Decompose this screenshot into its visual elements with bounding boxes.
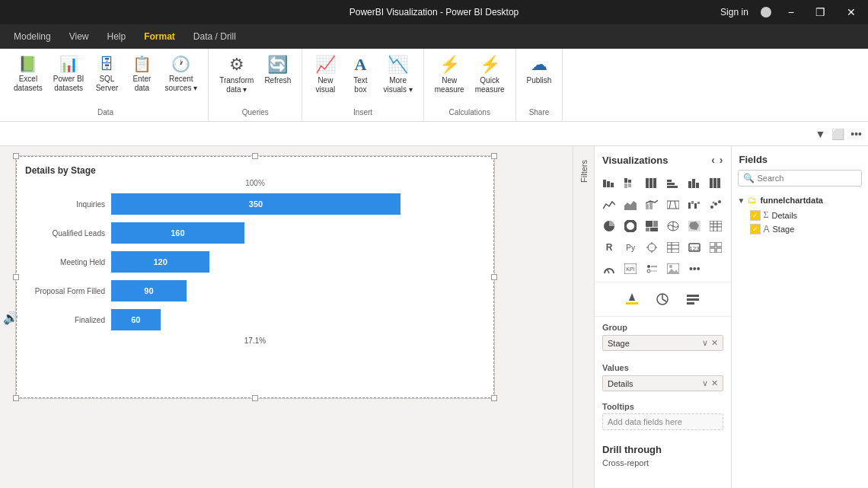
viz-icon-bar[interactable] — [599, 174, 619, 193]
values-field-remove[interactable]: ✕ — [711, 378, 718, 388]
values-field-expand[interactable]: ∨ — [702, 378, 708, 388]
refresh-button[interactable]: 🔄 Refresh — [260, 52, 295, 88]
viz-icon-100bar[interactable] — [642, 174, 662, 193]
viz-icon-multirow[interactable] — [706, 238, 726, 257]
viz-icon-image[interactable] — [663, 259, 683, 279]
viz-icon-kpi[interactable]: KPI — [621, 259, 640, 279]
text-box-button[interactable]: A Text box — [343, 52, 377, 97]
fields-item-details[interactable]: ✓ Σ Details — [735, 208, 866, 222]
viz-icon-waterfall[interactable] — [685, 195, 704, 215]
transform-data-button[interactable]: ⚙ Transform data ▾ — [215, 52, 258, 97]
svg-rect-72 — [626, 302, 638, 305]
stage-checkbox[interactable]: ✓ — [750, 224, 761, 234]
svg-rect-5 — [628, 180, 631, 183]
svg-rect-21 — [649, 202, 653, 209]
viz-icon-more[interactable]: ••• — [685, 259, 704, 279]
more-visuals-button[interactable]: 📉 More visuals ▾ — [378, 52, 416, 97]
viz-nav-next[interactable]: › — [720, 154, 723, 166]
resize-handle-bottom[interactable] — [252, 395, 258, 401]
viz-icon-filled-map[interactable] — [685, 216, 704, 236]
sign-in-button[interactable]: Sign in — [720, 7, 748, 18]
recent-sources-button[interactable]: 🕐 Recent sources ▾ — [160, 52, 202, 96]
menu-item-view[interactable]: View — [62, 28, 97, 45]
minimize-button[interactable]: − — [783, 5, 799, 20]
chart-bar[interactable]: 60 — [111, 309, 161, 330]
chart-bar[interactable]: 120 — [111, 251, 209, 273]
viz-analytics-tab[interactable] — [650, 287, 675, 311]
details-checkbox[interactable]: ✓ — [750, 210, 761, 221]
group-field-expand[interactable]: ∨ — [702, 338, 708, 348]
menu-item-modeling[interactable]: Modeling — [6, 28, 59, 45]
viz-icon-stacked-bar[interactable] — [621, 174, 640, 193]
group-field-pill[interactable]: Stage ∨ ✕ — [602, 335, 723, 351]
chart-row: Finalized60 — [25, 309, 485, 330]
chart-container[interactable]: Details by Stage 100% Inquiries350Qualif… — [15, 155, 495, 399]
resize-handle-br[interactable] — [491, 395, 497, 401]
excel-button[interactable]: 📗 Excel datasets — [9, 52, 47, 96]
fields-item-stage[interactable]: ✓ A Stage — [735, 222, 866, 236]
publish-button[interactable]: ☁ Publish — [522, 52, 557, 88]
volume-icon[interactable]: 🔊 — [3, 310, 21, 324]
viz-nav-prev[interactable]: ‹ — [711, 154, 715, 166]
menu-item-format[interactable]: Format — [136, 28, 183, 45]
chart-bar[interactable]: 90 — [111, 280, 187, 301]
viz-icon-pie[interactable] — [599, 216, 619, 236]
group-field-remove[interactable]: ✕ — [711, 338, 718, 348]
resize-handle-top[interactable] — [252, 153, 258, 159]
powerbi-icon: 📊 — [59, 55, 78, 73]
viz-icon-slicer[interactable] — [642, 259, 662, 279]
filter-icon[interactable]: ▼ — [815, 128, 825, 140]
ribbon-data-items: 📗 Excel datasets 📊 Power BI datasets 🗄 S… — [9, 52, 202, 108]
viz-icon-table[interactable] — [706, 216, 726, 236]
quick-measure-button[interactable]: ⚡ Quick measure — [471, 52, 509, 97]
maximize-button[interactable]: ❐ — [811, 5, 830, 20]
viz-icon-scatter[interactable] — [706, 195, 726, 215]
values-field-pill[interactable]: Details ∨ ✕ — [602, 375, 723, 391]
fields-group-funnelchartdata[interactable]: ▼ 🗂 funnelchartdata — [735, 193, 866, 208]
focus-icon[interactable]: ⬜ — [831, 128, 844, 140]
viz-icon-gauge[interactable] — [599, 259, 619, 279]
viz-icon-area[interactable] — [621, 195, 640, 215]
chart-bar[interactable]: 350 — [111, 193, 400, 215]
new-measure-button[interactable]: ⚡ New measure — [430, 52, 469, 97]
viz-icon-key-influencers[interactable] — [642, 238, 662, 257]
viz-icon-donut[interactable] — [621, 216, 640, 236]
viz-icon-python[interactable]: Py — [621, 238, 640, 257]
sql-server-button[interactable]: 🗄 SQL Server — [90, 52, 123, 96]
svg-rect-7 — [646, 178, 649, 188]
menu-bar: Modeling View Help Format Data / Drill — [0, 24, 868, 49]
tooltips-placeholder[interactable]: Add data fields here — [602, 413, 723, 430]
resize-handle-right[interactable] — [491, 274, 497, 280]
viz-icon-r[interactable]: R — [599, 238, 619, 257]
viz-icon-card[interactable]: 123 — [685, 238, 704, 257]
viz-icon-line-col[interactable] — [642, 195, 662, 215]
search-icon: 🔍 — [743, 173, 755, 183]
fields-search-box[interactable]: 🔍 — [738, 170, 863, 187]
enter-data-button[interactable]: 📋 Enter data — [125, 52, 158, 96]
viz-icon-map[interactable] — [663, 216, 683, 236]
menu-item-data-drill[interactable]: Data / Drill — [186, 28, 244, 45]
more-options-icon[interactable]: ••• — [850, 128, 862, 140]
search-input[interactable] — [758, 174, 857, 183]
close-button[interactable]: ✕ — [842, 5, 860, 20]
powerbi-datasets-button[interactable]: 📊 Power BI datasets — [49, 52, 89, 96]
resize-handle-bl[interactable] — [13, 395, 19, 401]
resize-handle-tr[interactable] — [491, 153, 497, 159]
svg-point-67 — [647, 270, 650, 273]
viz-icon-100col[interactable] — [706, 174, 726, 193]
chart-bar[interactable]: 160 — [111, 222, 244, 244]
viz-icon-stacked-col[interactable] — [685, 174, 704, 193]
viz-icon-line[interactable] — [599, 195, 619, 215]
viz-icon-clustered-bar[interactable] — [663, 174, 683, 193]
viz-icon-ribbon[interactable] — [663, 195, 683, 215]
viz-icon-treemap[interactable] — [642, 216, 662, 236]
resize-handle-left[interactable] — [13, 274, 19, 280]
viz-fields-tab-icon[interactable] — [681, 287, 705, 311]
enter-data-label: Enter data — [132, 75, 151, 93]
viz-icon-matrix[interactable] — [663, 238, 683, 257]
resize-handle-tl[interactable] — [13, 153, 19, 159]
stage-label: Stage — [773, 225, 795, 234]
viz-format-tab[interactable] — [620, 287, 644, 311]
menu-item-help[interactable]: Help — [100, 28, 134, 45]
new-visual-button[interactable]: 📈 New visual — [308, 52, 342, 97]
